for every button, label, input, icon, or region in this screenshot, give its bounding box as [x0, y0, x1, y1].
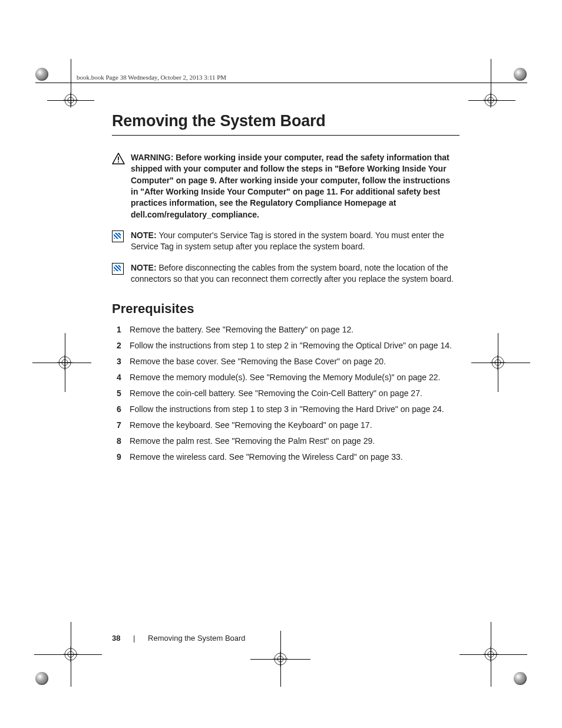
- sphere-decoration-icon: [35, 68, 48, 81]
- svg-point-5: [488, 97, 494, 103]
- svg-point-24: [485, 648, 497, 660]
- note-icon: [112, 263, 126, 275]
- svg-point-4: [485, 94, 497, 106]
- list-item: Remove the memory module(s). See "Removi…: [112, 371, 459, 384]
- svg-point-16: [65, 648, 77, 660]
- sphere-decoration-icon: [35, 672, 48, 685]
- list-item: Follow the instructions from step 1 to s…: [112, 403, 459, 416]
- sphere-decoration-icon: [514, 672, 527, 685]
- sphere-decoration-icon: [514, 68, 527, 81]
- register-target-icon: [57, 355, 72, 370]
- svg-point-21: [277, 656, 283, 662]
- warning-callout: WARNING: Before working inside your comp…: [112, 152, 459, 220]
- svg-point-1: [68, 97, 74, 103]
- page-content: Removing the System Board WARNING: Befor…: [112, 71, 459, 467]
- note-text: Your computer's Service Tag is stored in…: [131, 230, 444, 251]
- prerequisites-list: Remove the battery. See "Removing the Ba…: [112, 324, 459, 463]
- note-icon: [112, 230, 126, 242]
- list-item: Remove the base cover. See "Removing the…: [112, 355, 459, 368]
- svg-point-25: [488, 651, 494, 657]
- footer-title: Removing the System Board: [148, 634, 245, 643]
- section-title: Prerequisites: [112, 301, 459, 317]
- svg-point-29: [118, 162, 119, 163]
- page-footer: 38 | Removing the System Board: [112, 634, 246, 643]
- warning-label: WARNING:: [131, 153, 176, 162]
- list-item: Remove the coin-cell battery. See "Remov…: [112, 387, 459, 400]
- svg-point-8: [59, 357, 71, 368]
- list-item: Remove the battery. See "Removing the Ba…: [112, 324, 459, 336]
- note-label: NOTE:: [131, 263, 158, 272]
- note-callout-1: NOTE: Your computer's Service Tag is sto…: [112, 230, 459, 253]
- title-rule: [112, 135, 459, 136]
- list-item: Remove the keyboard. See "Removing the K…: [112, 419, 459, 431]
- svg-point-17: [68, 651, 74, 657]
- svg-point-13: [495, 360, 501, 365]
- footer-separator: |: [133, 634, 135, 643]
- register-target-icon: [483, 93, 498, 108]
- warning-icon: [112, 153, 126, 167]
- svg-point-20: [275, 653, 286, 665]
- svg-point-0: [65, 94, 77, 106]
- list-item: Remove the palm rest. See "Removing the …: [112, 435, 459, 447]
- register-target-icon: [63, 647, 78, 662]
- register-target-icon: [63, 93, 78, 108]
- page-title: Removing the System Board: [112, 112, 459, 130]
- note-text: Before disconnecting the cables from the…: [131, 263, 454, 284]
- note-callout-2: NOTE: Before disconnecting the cables fr…: [112, 262, 459, 285]
- svg-point-9: [62, 360, 68, 365]
- svg-point-12: [492, 357, 504, 368]
- register-target-icon: [273, 651, 288, 667]
- note-label: NOTE:: [131, 230, 158, 240]
- warning-text: Before working inside your computer, rea…: [131, 153, 450, 219]
- register-target-icon: [490, 355, 505, 370]
- list-item: Remove the wireless card. See "Removing …: [112, 451, 459, 463]
- page-number: 38: [112, 634, 120, 643]
- register-target-icon: [483, 647, 498, 662]
- list-item: Follow the instructions from step 1 to s…: [112, 340, 459, 352]
